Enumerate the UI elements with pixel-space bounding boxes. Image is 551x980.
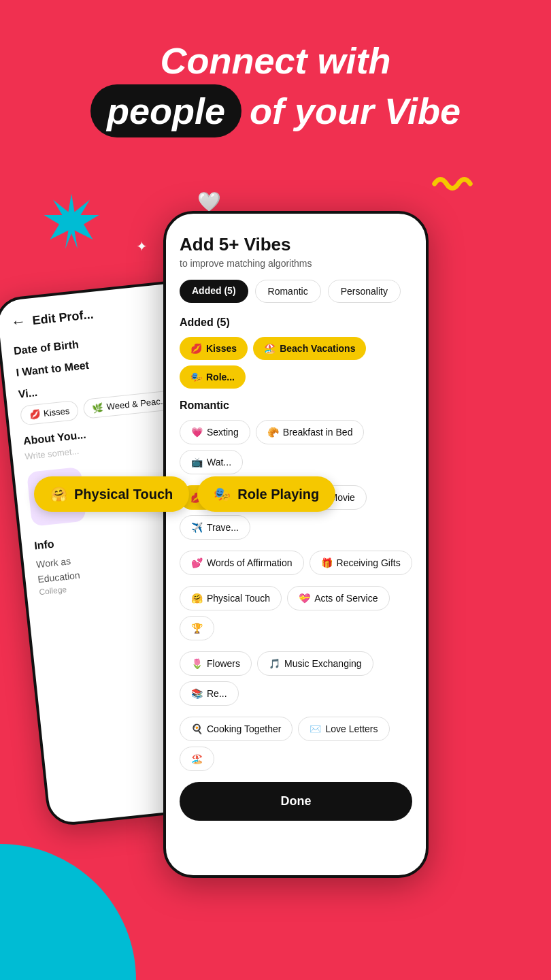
header-line2: people of your Vibe [27,84,524,137]
sexting-emoji: 💗 [191,427,203,438]
travel-text: Trave... [207,522,239,533]
travel-chip[interactable]: ✈️ Trave... [180,515,250,540]
physical-touch-text: Physical Touch [74,487,173,502]
acts-service-chip[interactable]: 💝 Acts of Service [287,586,389,610]
music-emoji: 🎵 [269,658,280,669]
flowers-text: Flowers [207,658,240,669]
receiving-chip[interactable]: 🎁 Receiving Gifts [310,551,412,575]
music-text: Music Exchanging [284,658,362,669]
header-section: Connect with people of your Vibe [0,41,551,137]
tab-romantic[interactable]: Romantic [255,280,321,303]
breakfast-chip[interactable]: 🥐 Breakfast in Bed [256,420,365,444]
role-playing-floating-chip[interactable]: 🎭 Role Playing [197,476,335,512]
back-arrow-icon[interactable]: ← [10,312,27,331]
physical-touch-text2: Physical Touch [207,593,270,604]
extra-chip[interactable]: 🏆 [180,616,214,640]
physical-touch-floating-chip[interactable]: 🤗 Physical Touch [34,476,189,512]
teal-circle-decoration [0,844,136,980]
physical-touch-chip[interactable]: 🤗 Physical Touch [180,586,282,610]
sexting-chip[interactable]: 💗 Sexting [180,420,250,444]
floating-chips-container: 🤗 Physical Touch 🎭 Role Playing [34,476,335,512]
header-people-text: people [107,91,225,131]
svg-marker-0 [44,194,99,249]
filter-tabs: Added (5) Romantic Personality [180,280,412,303]
romantic-row-4: 🤗 Physical Touch 💝 Acts of Service 🏆 [180,586,412,640]
breakfast-text: Breakfast in Bed [283,427,353,438]
kisses-text-back: Kisses [43,406,70,419]
add-vibes-subtitle: to improve matching algorithms [180,258,412,269]
kisses-chip-back[interactable]: 💋 Kisses [20,400,80,426]
words-text: Words of Affirmation [207,557,293,568]
role-playing-emoji: 🎭 [214,486,231,502]
added-role-text: Role... [206,372,235,382]
cooking-text: Cooking Together [207,723,281,734]
romantic-row-1: 💗 Sexting 🥐 Breakfast in Bed 📺 Wat... [180,420,412,474]
watch-text: Wat... [207,457,231,468]
header-people-bubble: people [90,84,241,137]
added-kisses-text: Kisses [206,343,237,354]
extra-chip2[interactable]: 🏖️ [180,747,214,771]
romantic-row-3: 💕 Words of Affirmation 🎁 Receiving Gifts [180,551,412,575]
add-vibes-phone: Add 5+ Vibes to improve matching algorit… [163,211,429,878]
role-playing-text: Role Playing [237,487,319,502]
cooking-emoji: 🍳 [191,723,203,734]
words-emoji: 💕 [191,557,203,568]
watch-chip[interactable]: 📺 Wat... [180,450,243,474]
header-line1: Connect with [27,41,524,81]
watch-emoji: 📺 [191,457,203,468]
weed-text-back: Weed & Peac... [106,395,168,412]
added-kisses-emoji: 💋 [190,343,202,354]
flowers-chip[interactable]: 🌷 Flowers [180,651,252,676]
added-beach-emoji: 🏖️ [264,343,276,354]
tab-added[interactable]: Added (5) [180,280,248,303]
read-emoji: 📚 [191,688,203,699]
heart-decoration: 🤍 [197,191,221,213]
read-text: Re... [207,688,227,699]
added-beach-text: Beach Vacations [280,343,355,354]
words-chip[interactable]: 💕 Words of Affirmation [180,551,304,575]
acts-service-text: Acts of Service [314,593,378,604]
added-kisses-chip[interactable]: 💋 Kisses [180,337,248,360]
acts-service-emoji: 💝 [299,593,310,604]
love-letters-text: Love Letters [325,723,378,734]
edit-profile-title: Edit Prof... [32,307,95,327]
love-letters-emoji: ✉️ [310,723,321,734]
squiggle-icon [429,170,476,197]
extra-emoji: 🏆 [191,623,203,634]
breakfast-emoji: 🥐 [267,427,279,438]
read-chip[interactable]: 📚 Re... [180,681,239,706]
sparkle-decoration: ✦ [136,238,148,255]
love-letters-chip[interactable]: ✉️ Love Letters [298,717,389,741]
physical-touch-emoji: 🤗 [50,486,67,502]
romantic-section-header: Romantic [180,399,412,412]
sexting-text: Sexting [207,427,239,438]
receiving-emoji: 🎁 [321,557,333,568]
music-chip[interactable]: 🎵 Music Exchanging [257,651,373,676]
added-role-emoji: 🎭 [190,372,202,382]
added-role-chip[interactable]: 🎭 Role... [180,365,246,389]
tab-personality[interactable]: Personality [328,280,401,303]
travel-emoji: ✈️ [191,522,203,533]
added-chips-grid: 💋 Kisses 🏖️ Beach Vacations 🎭 Role... [180,337,412,389]
romantic-row-6: 🍳 Cooking Together ✉️ Love Letters 🏖️ [180,717,412,771]
added-beach-chip[interactable]: 🏖️ Beach Vacations [253,337,366,360]
receiving-text: Receiving Gifts [337,557,401,568]
add-vibes-title: Add 5+ Vibes [180,234,412,255]
physical-touch-emoji2: 🤗 [191,593,203,604]
kisses-emoji: 💋 [29,409,40,421]
romantic-row-5: 🌷 Flowers 🎵 Music Exchanging 📚 Re... [180,651,412,706]
star-burst-icon [41,191,102,252]
header-vibe-text: of your Vibe [250,90,461,132]
done-button[interactable]: Done [180,782,412,821]
weed-emoji: 🌿 [92,402,103,414]
added-section-header: Added (5) [180,316,412,329]
cooking-chip[interactable]: 🍳 Cooking Together [180,717,293,741]
flowers-emoji: 🌷 [191,658,203,669]
extra-emoji2: 🏖️ [191,753,203,764]
